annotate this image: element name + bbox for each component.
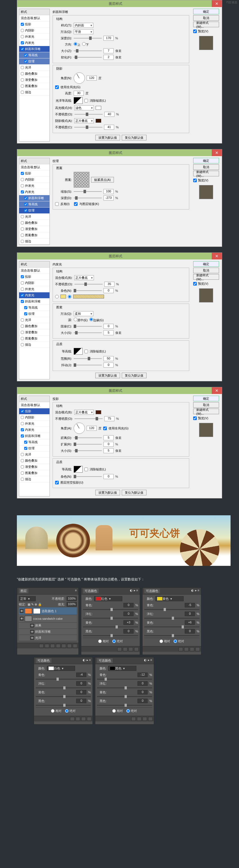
style-checkbox[interactable] — [24, 60, 27, 63]
layer-item[interactable]: 👁光泽 — [19, 635, 77, 641]
value-input[interactable]: -12 — [137, 673, 148, 677]
style-checkbox[interactable] — [24, 441, 27, 444]
color-select[interactable]: 黄色 — [156, 596, 184, 601]
blend-options[interactable]: 混合选项:默认 — [19, 164, 50, 170]
style-checkbox[interactable] — [21, 41, 24, 44]
slider[interactable] — [97, 696, 152, 697]
style-item[interactable]: 渐变叠加 — [19, 330, 50, 336]
color-swatch[interactable] — [96, 119, 101, 123]
slider[interactable] — [83, 635, 138, 636]
footer-icon[interactable] — [81, 717, 86, 721]
cancel-button[interactable]: 取消 — [193, 268, 219, 273]
select[interactable]: 正片叠底 — [74, 275, 94, 280]
preview-check[interactable]: 预览(V) — [193, 178, 219, 183]
style-item[interactable]: 光泽 — [19, 65, 50, 71]
footer-icon[interactable] — [61, 644, 66, 648]
footer-icon[interactable] — [45, 644, 49, 648]
style-item[interactable]: 投影 — [19, 21, 50, 28]
ok-button[interactable]: 确定 — [193, 261, 219, 267]
radio-label[interactable]: 绝对 — [112, 639, 123, 643]
slider[interactable] — [74, 57, 102, 58]
style-item[interactable]: 纹理 — [19, 208, 50, 214]
number-input[interactable]: 170 — [104, 36, 114, 41]
layer-item[interactable]: 👁cocoa sandwich cake — [19, 615, 77, 623]
slider[interactable] — [74, 191, 102, 192]
tab[interactable]: 可选颜色 — [83, 589, 99, 593]
panel-icons[interactable]: ◐ ▸ ≡ — [191, 589, 200, 593]
radio[interactable] — [159, 640, 163, 643]
color-select[interactable]: 红色 — [94, 596, 122, 601]
number-input[interactable]: -273 — [104, 195, 114, 200]
footer-icon[interactable] — [179, 647, 183, 651]
radio[interactable] — [82, 42, 86, 46]
color-select[interactable]: 白色 — [47, 666, 75, 671]
footer-icon[interactable] — [70, 717, 75, 721]
style-item[interactable]: 渐变叠加 — [19, 77, 50, 83]
style-checkbox[interactable] — [24, 209, 27, 212]
style-item[interactable]: 光泽 — [19, 452, 50, 458]
style-checkbox[interactable] — [21, 453, 24, 456]
style-checkbox[interactable] — [21, 294, 24, 297]
radio-label[interactable]: 下 — [82, 42, 89, 47]
style-item[interactable]: 斜面和浮雕 — [19, 433, 50, 439]
visibility-icon[interactable]: 👁 — [30, 624, 34, 628]
style-checkbox[interactable] — [21, 234, 24, 237]
style-item[interactable]: 描边 — [19, 89, 50, 95]
slider[interactable] — [144, 609, 200, 610]
cancel-button[interactable]: 取消 — [193, 402, 219, 408]
number-input[interactable]: 35 — [104, 282, 114, 287]
value-input[interactable]: +3 — [124, 620, 134, 625]
style-item[interactable]: 颜色叠加 — [19, 458, 50, 464]
style-item[interactable]: 光泽 — [19, 317, 50, 323]
radio[interactable] — [74, 42, 77, 46]
style-checkbox[interactable] — [21, 459, 24, 462]
angle-widget[interactable] — [74, 423, 85, 434]
slider[interactable] — [74, 127, 102, 127]
footer-icon[interactable] — [87, 717, 91, 721]
radio[interactable] — [74, 318, 77, 321]
radio[interactable] — [112, 640, 116, 643]
style-item[interactable]: 内阴影 — [19, 177, 50, 183]
slider[interactable] — [144, 618, 200, 619]
style-checkbox[interactable] — [21, 434, 24, 437]
style-item[interactable]: 斜面和浮雕 — [19, 46, 50, 52]
style-item[interactable]: 图案叠加 — [19, 232, 50, 239]
lock-icons[interactable]: ▦ ✎ ⊕ 🔒 — [28, 602, 42, 606]
style-checkbox[interactable] — [21, 343, 24, 346]
default-button[interactable]: 设置为默认值 — [95, 373, 120, 378]
number-input[interactable]: 41 — [104, 125, 114, 130]
style-checkbox[interactable] — [21, 275, 24, 278]
blend-options[interactable]: 混合选项:默认 — [19, 15, 50, 21]
style-checkbox[interactable] — [21, 48, 24, 51]
blend-options[interactable]: 混合选项:默认 — [19, 402, 50, 408]
visibility-icon[interactable]: 👁 — [30, 636, 34, 640]
style-checkbox[interactable] — [21, 221, 24, 224]
layer-item[interactable]: 👁选取颜色 1 — [19, 608, 77, 615]
style-item[interactable]: 等高线 — [19, 52, 50, 58]
default-button[interactable]: 复位为默认值 — [122, 373, 147, 378]
value-input[interactable]: 0 — [185, 629, 195, 633]
style-item[interactable]: 描边 — [19, 476, 50, 483]
style-item[interactable]: 外发光 — [19, 286, 50, 292]
footer-icon[interactable] — [195, 647, 200, 651]
style-checkbox[interactable] — [24, 312, 27, 315]
value-input[interactable]: 0 — [76, 690, 86, 694]
style-item[interactable]: 内阴影 — [19, 414, 50, 421]
select[interactable]: 内斜面 — [74, 23, 94, 28]
value-input[interactable]: 0 — [185, 612, 195, 616]
value-input[interactable]: 0 — [124, 629, 134, 633]
tab[interactable]: 可选颜色 — [144, 589, 160, 593]
value-input[interactable]: 0 — [76, 681, 86, 686]
default-button[interactable]: 复位为默认值 — [122, 135, 147, 141]
slider[interactable] — [36, 705, 91, 706]
style-item[interactable]: 外发光 — [19, 183, 50, 189]
radio-label[interactable]: 边缘(G) — [89, 318, 104, 322]
radio-label[interactable]: 相对 — [159, 639, 170, 643]
style-item[interactable]: 投影 — [19, 170, 50, 177]
style-list-header[interactable]: 样式 — [19, 261, 50, 268]
style-checkbox[interactable] — [21, 66, 24, 69]
footer-icon[interactable] — [129, 647, 133, 651]
style-checkbox[interactable] — [24, 203, 27, 206]
style-item[interactable]: 斜面和浮雕 — [19, 299, 50, 305]
style-item[interactable]: 渐变叠加 — [19, 226, 50, 232]
